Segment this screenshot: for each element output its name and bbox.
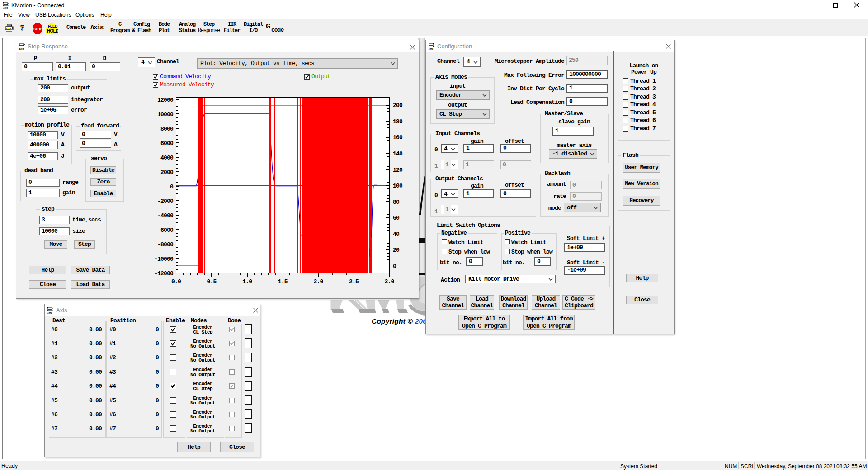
svg-text:1.0: 1.0 xyxy=(242,278,252,285)
svg-text:DM: DM xyxy=(3,6,8,9)
svg-text:0: 0 xyxy=(170,183,174,190)
svg-text:0.5: 0.5 xyxy=(207,278,217,285)
svg-text:100: 100 xyxy=(393,183,403,189)
svg-text:160: 160 xyxy=(393,134,403,141)
svg-text:180: 180 xyxy=(393,118,403,125)
svg-text:DM: DM xyxy=(428,47,434,50)
svg-text:STOP: STOP xyxy=(33,27,42,31)
svg-text:-6000: -6000 xyxy=(157,227,174,234)
svg-text:DM: DM xyxy=(47,311,52,314)
svg-text:120: 120 xyxy=(393,167,403,174)
svg-text:?: ? xyxy=(20,24,24,32)
svg-text:0: 0 xyxy=(393,263,396,270)
svg-text:140: 140 xyxy=(393,150,403,157)
svg-text:2000: 2000 xyxy=(160,169,174,176)
svg-text:-10000: -10000 xyxy=(154,256,174,263)
svg-text:2.5: 2.5 xyxy=(349,278,359,285)
svg-text:20: 20 xyxy=(393,247,400,254)
svg-text:80: 80 xyxy=(393,199,400,206)
svg-text:200: 200 xyxy=(393,102,403,109)
svg-text:40: 40 xyxy=(393,231,400,238)
svg-text:6000: 6000 xyxy=(160,140,174,147)
svg-text:0.0: 0.0 xyxy=(171,278,181,285)
svg-text:1.5: 1.5 xyxy=(278,278,288,285)
svg-text:-4000: -4000 xyxy=(157,212,174,219)
svg-text:3.0: 3.0 xyxy=(385,278,395,285)
svg-text:4000: 4000 xyxy=(160,155,174,161)
svg-text:-2000: -2000 xyxy=(157,198,174,205)
svg-text:-12000: -12000 xyxy=(154,270,174,277)
svg-text:DM: DM xyxy=(19,47,24,50)
svg-text:8000: 8000 xyxy=(160,126,174,132)
svg-text:10000: 10000 xyxy=(157,111,174,118)
svg-text:12000: 12000 xyxy=(157,97,174,103)
svg-text:2.0: 2.0 xyxy=(313,278,323,285)
svg-text:60: 60 xyxy=(393,215,400,221)
svg-text:-8000: -8000 xyxy=(157,241,174,248)
